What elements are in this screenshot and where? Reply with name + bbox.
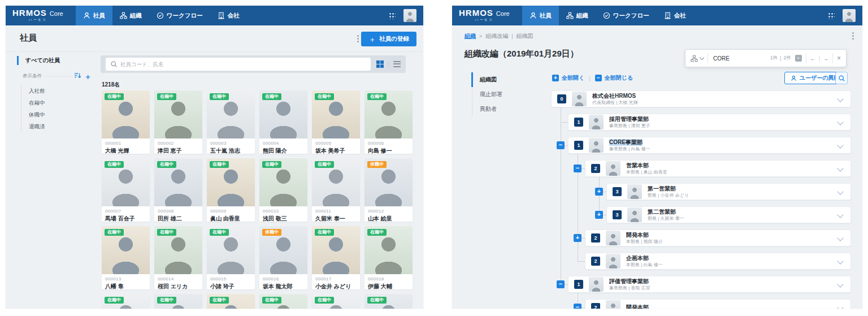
main-nav: 社員 組織 ワークフロー 会社 (76, 6, 247, 25)
employee-card[interactable]: 在籍中 000001 大橋 光輝 (102, 90, 150, 154)
chevron-down-icon[interactable] (837, 304, 843, 309)
chevron-down-icon[interactable] (837, 119, 843, 125)
expand-all-button[interactable]: + 全部開く (552, 74, 584, 82)
hrmos-logo[interactable]: HRMOS Core ハーモス (459, 8, 510, 23)
employee-card[interactable]: 在籍中 000006 向島 修一 (364, 90, 413, 154)
filter-item[interactable]: 入社前 (29, 85, 45, 97)
user-avatar[interactable] (403, 9, 416, 22)
chevron-down-icon[interactable] (837, 142, 843, 148)
list-view-icon[interactable] (393, 61, 401, 67)
employee-card[interactable]: 在籍中 (312, 294, 360, 309)
level-badge: 1 (574, 141, 583, 150)
employee-card[interactable]: 在籍中 000009 眞山 由香里 (207, 158, 255, 222)
sidebar-item[interactable]: 組織図 (471, 72, 502, 87)
collapse-all-button[interactable]: − 全部閉じる (595, 74, 633, 82)
sidebar-item[interactable]: 廃止部署 (471, 87, 502, 102)
nav-workflow[interactable]: ワークフロー (596, 6, 657, 25)
employee-card[interactable]: 在籍中 000008 田所 雄二 (154, 158, 202, 222)
org-node[interactable]: 1 評価管理事業部 事業部長 | 香取 広宣 (568, 276, 851, 293)
nav-company[interactable]: 会社 (210, 6, 247, 25)
employee-card[interactable]: 在籍中 000011 久留米 泰一 (312, 158, 360, 222)
org-node[interactable]: 3 第二営業部 部長 | 久留米 泰一 (606, 206, 851, 223)
org-node[interactable]: 3 第一営業部 部長 | 小金井 みどり (606, 183, 851, 200)
plus-icon: + (552, 75, 559, 81)
status-badge: 在籍中 (315, 161, 334, 168)
prev-match-arrow[interactable]: ← (810, 55, 816, 62)
chevron-down-icon[interactable] (837, 165, 843, 171)
apps-grid-icon[interactable] (828, 12, 835, 19)
employee-card[interactable]: 在籍中 (364, 294, 413, 309)
nav-employees[interactable]: 社員 (522, 6, 559, 25)
add-condition-icon[interactable]: ＋ (84, 73, 92, 80)
org-node[interactable]: 2 企画本部 本部長 | 向島 修一 (585, 253, 851, 270)
chevron-down-icon[interactable] (837, 235, 843, 241)
employee-card[interactable]: 在籍中 000007 馬場 百合子 (102, 158, 150, 222)
employee-card[interactable]: 在籍中 000015 小諸 玲子 (207, 226, 255, 289)
employee-card[interactable]: 在籍中 000010 浅田 敬三 (259, 158, 307, 222)
nav-employees[interactable]: 社員 (76, 6, 112, 25)
expand-toggle-icon[interactable] (574, 234, 581, 242)
nav-organization[interactable]: 組織 (112, 6, 149, 25)
org-node[interactable]: 1 採用管理事業部 事業部長 | 津田 恵子 (568, 114, 851, 131)
employee-card[interactable]: 在籍中 000002 津田 恵子 (154, 90, 202, 154)
apps-grid-icon[interactable] (389, 12, 396, 19)
org-node[interactable]: 1 CORE事業部 事業部長 | 向島 修一 (568, 137, 851, 154)
employee-card[interactable]: 在籍中 000014 桜田 エリカ (154, 226, 202, 289)
nav-organization[interactable]: 組織 (559, 6, 596, 25)
org-node[interactable]: 2 開発本部 (585, 299, 851, 309)
employee-card[interactable]: 在籍中 (207, 294, 255, 309)
employee-card[interactable]: 在籍中 000017 小金井 みどり (312, 226, 360, 289)
chevron-down-icon[interactable] (837, 281, 843, 287)
employee-card[interactable]: 在籍中 (154, 294, 202, 309)
kebab-menu-icon[interactable] (852, 35, 854, 37)
sort-icon[interactable] (74, 71, 81, 81)
employee-card[interactable]: 在籍中 000004 熊田 陽介 (259, 90, 307, 154)
nav-label: 社員 (540, 12, 552, 20)
org-search-input[interactable] (712, 55, 766, 62)
employee-search-input[interactable] (106, 58, 371, 71)
org-node[interactable]: 2 開発本部 本部長 | 熊田 陽介 (585, 230, 851, 246)
employee-card[interactable]: 在籍中 000013 八幡 隼 (102, 226, 150, 289)
expand-toggle-icon[interactable] (595, 211, 603, 219)
filter-item[interactable]: 在籍中 (29, 97, 45, 109)
open-search-button[interactable] (835, 72, 848, 84)
chevron-down-icon[interactable] (837, 188, 843, 194)
kebab-menu-icon[interactable] (357, 38, 359, 40)
employee-code: 000006 (368, 141, 409, 146)
clear-search-icon[interactable]: × (795, 55, 802, 62)
expand-toggle-icon[interactable] (595, 188, 603, 196)
sidebar-item[interactable]: 異動者 (471, 102, 502, 116)
search-scope-dropdown[interactable] (691, 55, 704, 62)
employee-card[interactable]: 休職中 000016 坂本 龍太郎 (259, 226, 307, 289)
register-employee-button[interactable]: ＋ 社員の登録 (361, 32, 416, 46)
sidebar-item-all-employees[interactable]: すべての社員 (17, 56, 60, 65)
employee-card[interactable]: 在籍中 (259, 294, 307, 309)
close-icon[interactable]: × (837, 55, 841, 62)
org-node[interactable]: 2 営業本部 本部長 | 眞山 由香里 (585, 160, 851, 177)
grid-view-icon[interactable] (376, 60, 384, 68)
nav-workflow[interactable]: ワークフロー (149, 6, 210, 25)
status-badge: 在籍中 (262, 161, 281, 168)
org-node[interactable]: 0 株式会社HRMOS 代表取締役 | 大橋 光輝 (551, 90, 851, 107)
expand-toggle-icon[interactable] (557, 141, 565, 149)
employee-card[interactable]: 在籍中 (102, 294, 150, 309)
employee-code: 000010 (263, 209, 304, 214)
employee-card[interactable]: 在籍中 000003 五十嵐 浩志 (207, 90, 255, 154)
expand-toggle-icon[interactable] (574, 165, 581, 172)
org-node-title: 評価管理事業部 (609, 278, 649, 285)
chevron-down-icon[interactable] (837, 211, 843, 218)
filter-item[interactable]: 休職中 (29, 109, 45, 120)
expand-toggle-icon[interactable] (557, 280, 565, 288)
expand-toggle-icon[interactable] (574, 304, 581, 309)
chevron-down-icon[interactable] (837, 258, 843, 264)
employee-card[interactable]: 休職中 000012 山本 絵里 (364, 158, 413, 222)
chevron-down-icon[interactable] (837, 96, 843, 102)
filter-item[interactable]: 退職済 (29, 120, 45, 132)
user-avatar[interactable] (843, 9, 856, 22)
breadcrumb-org-link[interactable]: 組織 (465, 32, 476, 40)
next-match-arrow[interactable]: → (823, 55, 828, 62)
nav-company[interactable]: 会社 (657, 6, 693, 25)
employee-card[interactable]: 在籍中 000005 坂本 美希子 (312, 90, 360, 154)
hrmos-logo[interactable]: HRMOS Core ハーモス (12, 8, 63, 23)
employee-card[interactable]: 在籍中 000018 伊藤 大輔 (364, 226, 413, 289)
